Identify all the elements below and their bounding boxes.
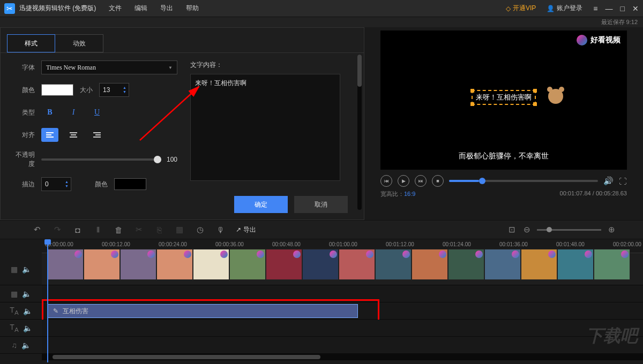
font-label: 字体: [11, 63, 41, 72]
video-thumbnail[interactable]: [229, 249, 266, 280]
text-content-label: 文字内容：: [190, 60, 353, 70]
menu-export[interactable]: 导出: [160, 4, 173, 13]
stop-button[interactable]: ■: [432, 175, 444, 187]
maximize-button[interactable]: □: [620, 4, 625, 13]
delete-icon[interactable]: 🗑: [114, 225, 123, 234]
align-center-button[interactable]: [65, 128, 82, 142]
bear-character-icon: [548, 89, 563, 104]
video-thumbnail[interactable]: [375, 249, 412, 280]
cut-icon[interactable]: ✂: [134, 225, 144, 234]
video-thumbnail[interactable]: [84, 249, 120, 280]
audio-track: ♫🔈: [0, 337, 643, 354]
main-menu: 文件 编辑 导出 帮助: [109, 4, 199, 13]
next-button[interactable]: ⏭: [415, 175, 427, 187]
close-button[interactable]: ✕: [632, 4, 639, 13]
video-track-icon: ▦: [11, 265, 18, 274]
video-thumbnail[interactable]: [339, 249, 375, 280]
timecode: 00:01:07.84 / 00:05:28.63: [560, 190, 627, 198]
video-thumbnail[interactable]: [594, 249, 630, 280]
video-thumbnail[interactable]: [412, 249, 448, 280]
video-thumbnail[interactable]: [193, 249, 229, 280]
panel-scrollbar[interactable]: [357, 55, 362, 210]
split-icon[interactable]: ⦀: [93, 225, 103, 234]
music-track-icon: ♫: [11, 341, 17, 350]
size-spinner[interactable]: 13▲▼: [99, 83, 129, 97]
stroke-color-label: 颜色: [82, 180, 114, 189]
align-label: 对齐: [11, 131, 41, 140]
zoom-slider[interactable]: [537, 229, 601, 231]
font-color-swatch[interactable]: [41, 84, 73, 96]
video-preview[interactable]: 好看视频 来呀！互相伤害啊 而极郁心脏骤停，不幸离世: [380, 31, 627, 170]
stroke-label: 描边: [11, 180, 41, 189]
copy-icon[interactable]: ⎘: [154, 225, 164, 234]
user-icon: 👤: [547, 5, 555, 12]
play-button[interactable]: ▶: [398, 175, 409, 187]
stroke-color-swatch[interactable]: [114, 178, 146, 190]
app-logo-icon: ✂: [4, 3, 15, 14]
preview-panel: 好看视频 来呀！互相伤害啊 而极郁心脏骤停，不幸离世 ⏮ ▶ ⏭ ■ 🔊 ⛶ 宽…: [364, 27, 643, 220]
redo-icon[interactable]: ↷: [53, 225, 62, 234]
undo-icon[interactable]: ↶: [32, 225, 42, 234]
underline-button[interactable]: U: [88, 105, 106, 119]
menu-help[interactable]: 帮助: [186, 4, 199, 13]
subtitle-selection[interactable]: 来呀！互相伤害啊: [472, 90, 536, 105]
mute-icon[interactable]: 🔈: [22, 290, 31, 298]
menu-file[interactable]: 文件: [109, 4, 122, 13]
cancel-button[interactable]: 取消: [294, 196, 348, 213]
prev-button[interactable]: ⏮: [380, 175, 392, 187]
opacity-slider[interactable]: [41, 158, 161, 161]
crop-icon[interactable]: ◘: [73, 225, 83, 234]
video-track-content[interactable]: [42, 253, 643, 285]
fullscreen-icon[interactable]: ⛶: [619, 177, 627, 186]
bold-button[interactable]: B: [41, 105, 58, 119]
ruler-mark: 00:01:48.00: [556, 241, 585, 247]
app-title: 迅捷视频剪辑软件 (免费版): [19, 4, 96, 13]
mute-icon[interactable]: 🔈: [23, 324, 32, 332]
align-left-button[interactable]: [41, 128, 58, 142]
video-thumbnail[interactable]: [156, 249, 193, 280]
video-thumbnail[interactable]: [521, 249, 557, 280]
mute-icon[interactable]: 🔈: [22, 265, 31, 274]
overlay-track: ▦🔈: [0, 285, 643, 302]
video-thumbnail[interactable]: [484, 249, 521, 280]
video-thumbnail[interactable]: [557, 249, 594, 280]
speed-icon[interactable]: ◷: [195, 225, 205, 234]
italic-button[interactable]: I: [65, 105, 82, 119]
menu-edit[interactable]: 编辑: [134, 4, 147, 13]
text-clip-icon: ✎: [53, 307, 58, 315]
stroke-spinner[interactable]: 0▲▼: [41, 177, 71, 191]
export-button[interactable]: ↗导出: [236, 225, 256, 234]
text-style-panel: 样式 动效 字体 Times New Roman 颜色 大小 13▲▼ 类型: [0, 27, 364, 220]
mic-icon[interactable]: 🎙: [215, 225, 225, 234]
playhead[interactable]: [47, 239, 48, 362]
fit-icon[interactable]: ⊡: [507, 225, 517, 234]
volume-icon[interactable]: 🔊: [603, 176, 614, 186]
zoom-in-icon[interactable]: ⊕: [607, 225, 616, 234]
video-thumbnail[interactable]: [120, 249, 156, 280]
ok-button[interactable]: 确定: [234, 196, 288, 213]
ruler-mark: 00:00:36.00: [215, 241, 244, 247]
type-label: 类型: [11, 108, 41, 117]
zoom-out-icon[interactable]: ⊖: [522, 225, 532, 234]
video-thumbnails[interactable]: [47, 249, 630, 281]
text-clip[interactable]: ✎互相伤害: [47, 304, 358, 318]
account-button[interactable]: 👤账户登录: [547, 4, 582, 13]
progress-bar[interactable]: [449, 180, 598, 182]
align-right-button[interactable]: [88, 128, 106, 142]
vip-button[interactable]: ◇开通VIP: [506, 4, 536, 13]
hamburger-icon[interactable]: ≡: [593, 4, 597, 13]
video-thumbnail[interactable]: [302, 249, 339, 280]
video-thumbnail[interactable]: [448, 249, 484, 280]
font-dropdown[interactable]: Times New Roman: [41, 60, 177, 74]
text-content-textarea[interactable]: [190, 74, 340, 181]
mute-icon[interactable]: 🔈: [21, 341, 31, 350]
video-thumbnail[interactable]: [266, 249, 302, 280]
mute-icon[interactable]: 🔈: [23, 307, 32, 315]
timeline-scrollbar[interactable]: [42, 354, 643, 360]
minimize-button[interactable]: —: [605, 4, 613, 13]
tab-effect[interactable]: 动效: [55, 34, 103, 52]
timeline: 00:00:00.0000:00:12.0000:00:24.0000:00:3…: [0, 239, 643, 360]
video-thumbnail[interactable]: [47, 249, 84, 280]
tab-style[interactable]: 样式: [7, 34, 55, 52]
paste-icon[interactable]: ▦: [175, 225, 184, 234]
